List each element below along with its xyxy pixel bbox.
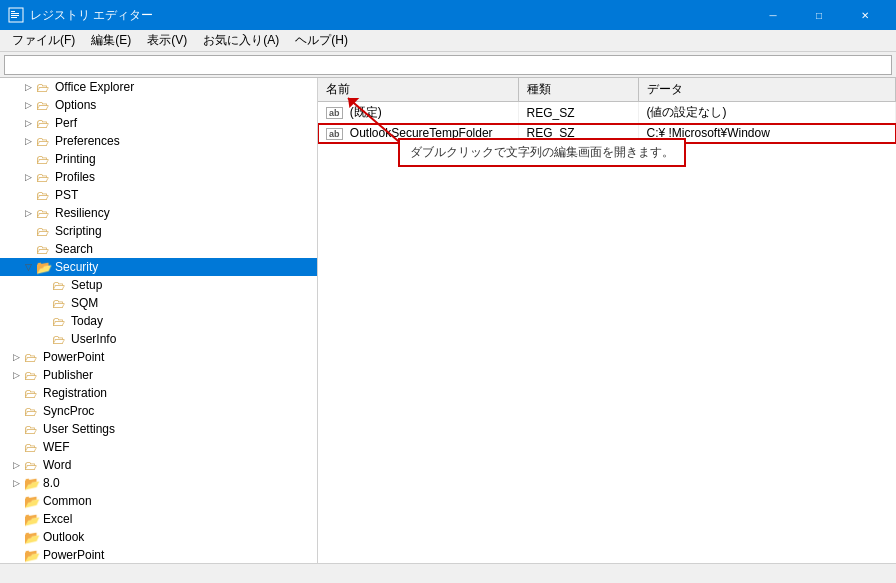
tree-item-common[interactable]: 📂 Common: [0, 492, 317, 510]
expand-icon: [8, 388, 24, 398]
folder-open-icon: 📂: [36, 260, 52, 275]
tree-label: Publisher: [43, 368, 93, 382]
folder-icon: 📂: [24, 548, 40, 563]
tree-item-user-settings[interactable]: 🗁 User Settings: [0, 420, 317, 438]
tree-label: Resiliency: [55, 206, 110, 220]
address-input[interactable]: [4, 55, 892, 75]
menu-favorites[interactable]: お気に入り(A): [195, 30, 287, 52]
tree-label: UserInfo: [71, 332, 116, 346]
tree-item-perf[interactable]: ▷ 🗁 Perf: [0, 114, 317, 132]
svg-rect-2: [11, 13, 19, 14]
ab-icon: ab: [326, 128, 343, 140]
minimize-button[interactable]: ─: [750, 0, 796, 30]
expand-icon: [8, 514, 24, 524]
expand-icon: [8, 442, 24, 452]
tree-panel: ▷ 🗁 Office Explorer ▷ 🗁 Options ▷ 🗁 Perf…: [0, 78, 318, 563]
tree-item-setup[interactable]: 🗁 Setup: [0, 276, 317, 294]
svg-rect-1: [11, 11, 15, 12]
tree-item-printing[interactable]: 🗁 Printing: [0, 150, 317, 168]
menu-file[interactable]: ファイル(F): [4, 30, 83, 52]
tree-item-publisher[interactable]: ▷ 🗁 Publisher: [0, 366, 317, 384]
menu-edit[interactable]: 編集(E): [83, 30, 139, 52]
folder-icon: 🗁: [36, 188, 52, 203]
folder-icon: 🗁: [52, 314, 68, 329]
tree-label: Excel: [43, 512, 72, 526]
menu-bar: ファイル(F) 編集(E) 表示(V) お気に入り(A) ヘルプ(H): [0, 30, 896, 52]
folder-icon: 📂: [24, 530, 40, 545]
tree-label: Outlook: [43, 530, 84, 544]
svg-rect-3: [11, 15, 19, 16]
tree-label: WEF: [43, 440, 70, 454]
expand-icon: ▷: [20, 208, 36, 218]
folder-icon: 🗁: [24, 350, 40, 365]
menu-help[interactable]: ヘルプ(H): [287, 30, 356, 52]
tree-item-today[interactable]: 🗁 Today: [0, 312, 317, 330]
expand-icon: [20, 190, 36, 200]
tree-label: Perf: [55, 116, 77, 130]
expand-icon: ▷: [20, 100, 36, 110]
tree-label: Office Explorer: [55, 80, 134, 94]
callout-text: ダブルクリックで文字列の編集画面を開きます。: [410, 145, 674, 159]
folder-icon: 🗁: [24, 440, 40, 455]
app-icon: [8, 7, 24, 23]
tree-item-syncproc[interactable]: 🗁 SyncProc: [0, 402, 317, 420]
title-bar: レジストリ エディター ─ □ ✕: [0, 0, 896, 30]
tree-item-registration[interactable]: 🗁 Registration: [0, 384, 317, 402]
tree-item-8-0[interactable]: ▷ 📂 8.0: [0, 474, 317, 492]
tree-item-search[interactable]: 🗁 Search: [0, 240, 317, 258]
tree-item-preferences[interactable]: ▷ 🗁 Preferences: [0, 132, 317, 150]
tree-label: Today: [71, 314, 103, 328]
tree-label: Security: [55, 260, 98, 274]
tree-item-excel[interactable]: 📂 Excel: [0, 510, 317, 528]
expand-icon: ▽: [20, 262, 36, 272]
tree-item-userinfo[interactable]: 🗁 UserInfo: [0, 330, 317, 348]
expand-icon: [36, 280, 52, 290]
col-header-name: 名前: [318, 78, 518, 102]
folder-icon: 🗁: [52, 296, 68, 311]
folder-icon: 🗁: [36, 80, 52, 95]
tree-item-word[interactable]: ▷ 🗁 Word: [0, 456, 317, 474]
folder-icon: 🗁: [24, 368, 40, 383]
tree-item-options[interactable]: ▷ 🗁 Options: [0, 96, 317, 114]
reg-name: (既定): [350, 105, 382, 119]
close-button[interactable]: ✕: [842, 0, 888, 30]
folder-icon: 🗁: [36, 152, 52, 167]
folder-icon: 🗁: [36, 224, 52, 239]
tree-item-security[interactable]: ▽ 📂 Security: [0, 258, 317, 276]
tree-item-sqm[interactable]: 🗁 SQM: [0, 294, 317, 312]
expand-icon: ▷: [8, 370, 24, 380]
tree-item-resiliency[interactable]: ▷ 🗁 Resiliency: [0, 204, 317, 222]
tree-item-powerpoint2[interactable]: 📂 PowerPoint: [0, 546, 317, 563]
tree-label: Scripting: [55, 224, 102, 238]
tree-item-pst[interactable]: 🗁 PST: [0, 186, 317, 204]
expand-icon: ▷: [8, 478, 24, 488]
tree-item-office-explorer[interactable]: ▷ 🗁 Office Explorer: [0, 78, 317, 96]
tree-item-scripting[interactable]: 🗁 Scripting: [0, 222, 317, 240]
tree-item-outlook[interactable]: 📂 Outlook: [0, 528, 317, 546]
col-header-data: データ: [638, 78, 896, 102]
tree-label: Word: [43, 458, 71, 472]
expand-icon: [20, 244, 36, 254]
tree-item-powerpoint[interactable]: ▷ 🗁 PowerPoint: [0, 348, 317, 366]
table-row-default[interactable]: ab (既定) REG_SZ (値の設定なし): [318, 102, 896, 124]
expand-icon: ▷: [20, 136, 36, 146]
tree-label: Printing: [55, 152, 96, 166]
tree-label: Preferences: [55, 134, 120, 148]
folder-icon: 🗁: [24, 386, 40, 401]
tree-item-profiles[interactable]: ▷ 🗁 Profiles: [0, 168, 317, 186]
expand-icon: ▷: [20, 82, 36, 92]
tree-label: SQM: [71, 296, 98, 310]
folder-icon: 🗁: [36, 116, 52, 131]
tree-label: PST: [55, 188, 78, 202]
col-header-type: 種類: [518, 78, 638, 102]
menu-view[interactable]: 表示(V): [139, 30, 195, 52]
folder-icon: 📂: [24, 512, 40, 527]
folder-icon: 🗁: [52, 278, 68, 293]
tree-label: User Settings: [43, 422, 115, 436]
maximize-button[interactable]: □: [796, 0, 842, 30]
svg-rect-4: [11, 17, 17, 18]
tree-label: Common: [43, 494, 92, 508]
tree-item-wef[interactable]: 🗁 WEF: [0, 438, 317, 456]
expand-icon: ▷: [20, 172, 36, 182]
expand-icon: [20, 226, 36, 236]
